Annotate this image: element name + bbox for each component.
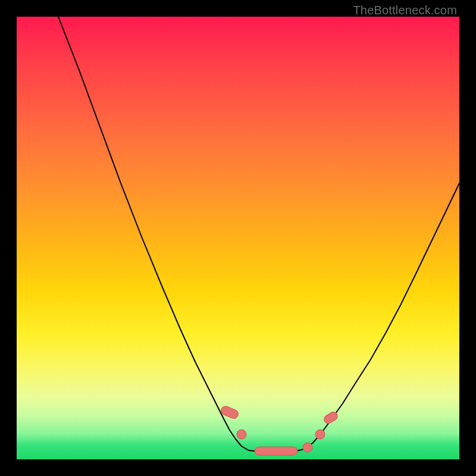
marker-3 [303,443,312,452]
curve-group [58,17,459,452]
marker-4 [315,430,325,439]
curve-right-curve [306,183,459,449]
chart-area [17,17,459,459]
watermark-text: TheBottleneck.com [353,4,457,17]
plot-svg [17,17,459,459]
marker-2 [255,447,298,455]
marker-1 [237,430,246,439]
curve-left-curve [58,17,249,450]
marker-group [220,405,339,455]
